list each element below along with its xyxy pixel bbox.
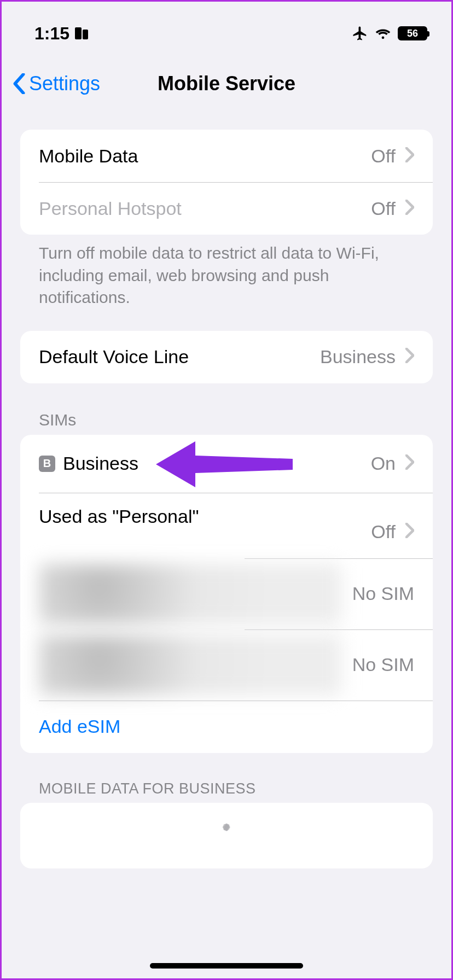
- sim-badge-business: B: [39, 456, 55, 472]
- sim-business-label: Business: [63, 453, 371, 474]
- redacted-content: [39, 564, 341, 624]
- sim-personal-row[interactable]: Used as "Personal" Off: [20, 493, 433, 558]
- sims-header: SIMs: [20, 383, 433, 435]
- sim-slot-4-value: No SIM: [352, 654, 414, 675]
- spinner-icon: [214, 824, 239, 848]
- personal-hotspot-row[interactable]: Personal Hotspot Off: [20, 182, 433, 235]
- back-label: Settings: [29, 72, 100, 95]
- sim-slot-3-row[interactable]: No SIM: [20, 558, 433, 629]
- chevron-left-icon: [13, 73, 26, 94]
- default-voice-line-value: Business: [320, 346, 396, 368]
- mobile-data-business-group: [20, 803, 433, 868]
- default-voice-line-label: Default Voice Line: [39, 346, 320, 368]
- battery-icon: 56: [398, 26, 427, 40]
- nav-bar: Settings Mobile Service: [2, 56, 451, 111]
- chevron-right-icon: [405, 453, 414, 474]
- mobile-data-business-header: MOBILE DATA FOR BUSINESS: [20, 753, 433, 803]
- status-time: 1:15: [34, 24, 69, 44]
- home-indicator[interactable]: [150, 963, 303, 969]
- chevron-right-icon: [405, 145, 414, 167]
- status-right: 56: [352, 25, 427, 42]
- add-esim-label: Add eSIM: [39, 716, 414, 737]
- sim-business-row[interactable]: B Business On: [20, 435, 433, 493]
- status-bar: 1:15 56: [2, 2, 451, 56]
- sim-personal-label: Used as "Personal": [39, 506, 371, 527]
- mobile-data-footer: Turn off mobile data to restrict all dat…: [20, 235, 433, 309]
- dual-sim-icon: [75, 27, 88, 39]
- voice-line-group: Default Voice Line Business: [20, 331, 433, 383]
- sim-personal-value: Off: [371, 521, 396, 542]
- chevron-right-icon: [405, 346, 414, 368]
- page-title: Mobile Service: [158, 72, 295, 95]
- redacted-content: [39, 635, 341, 695]
- sims-group: B Business On Used as "Personal": [20, 435, 433, 753]
- mobile-data-group: Mobile Data Off Personal Hotspot Off: [20, 130, 433, 235]
- mobile-data-row[interactable]: Mobile Data Off: [20, 130, 433, 182]
- back-button[interactable]: Settings: [13, 72, 100, 95]
- sim-slot-3-value: No SIM: [352, 583, 414, 604]
- battery-percent: 56: [399, 28, 426, 39]
- chevron-right-icon: [405, 521, 414, 542]
- sim-slot-4-row[interactable]: No SIM: [20, 629, 433, 701]
- mobile-data-value: Off: [371, 145, 396, 167]
- add-esim-row[interactable]: Add eSIM: [20, 701, 433, 753]
- chevron-right-icon: [405, 198, 414, 219]
- airplane-mode-icon: [352, 25, 368, 42]
- personal-hotspot-label: Personal Hotspot: [39, 198, 371, 219]
- loading-row: [20, 803, 433, 868]
- default-voice-line-row[interactable]: Default Voice Line Business: [20, 331, 433, 383]
- sim-business-value: On: [371, 453, 396, 474]
- status-left: 1:15: [34, 24, 88, 44]
- wifi-icon: [375, 27, 391, 40]
- mobile-data-label: Mobile Data: [39, 145, 371, 167]
- personal-hotspot-value: Off: [371, 198, 396, 219]
